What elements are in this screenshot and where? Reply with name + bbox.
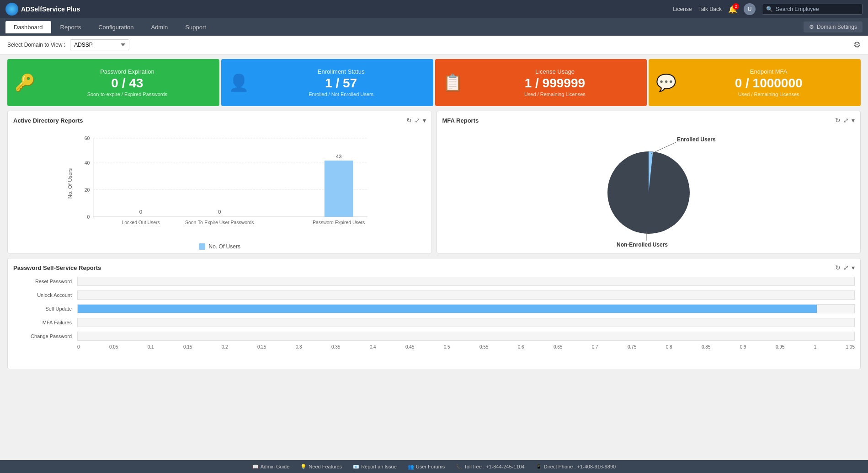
pw-dropdown-button[interactable]: ▾	[852, 264, 855, 271]
horiz-track-unlock	[77, 290, 855, 300]
mfa-refresh-button[interactable]: ↻	[835, 117, 841, 124]
tab-admin[interactable]: Admin	[143, 21, 176, 33]
password-card-title: Password Expiration	[43, 68, 212, 75]
horiz-row-mfa: MFA Failures	[13, 317, 855, 328]
nav-tabs-list: Dashboard Reports Configuration Admin Su…	[5, 21, 214, 33]
password-reports-title: Password Self-Service Reports	[13, 264, 101, 271]
horiz-chart-wrapper: Reset Password Unlock Account Self Updat…	[13, 276, 855, 363]
app-branding: ADSelfService Plus	[5, 3, 80, 16]
ad-reports-header: Active Directory Reports ↻ ⤢ ▾	[13, 117, 426, 124]
domain-select[interactable]: ADSSP	[70, 39, 129, 50]
logo-icon	[5, 3, 18, 16]
license-card-value: 1 / 999999	[470, 77, 640, 90]
horiz-track-selfupdate	[77, 304, 855, 313]
enrollment-card-content: Enrollment Status 1 / 57 Enrolled / Not …	[256, 68, 426, 97]
legend-color-box	[199, 243, 205, 250]
pw-refresh-button[interactable]: ↻	[835, 264, 841, 271]
svg-text:20: 20	[85, 188, 90, 193]
password-reports-section: Password Self-Service Reports ↻ ⤢ ▾ Rese…	[7, 258, 861, 369]
svg-text:Non-Enrolled Users: Non-Enrolled Users	[617, 242, 668, 247]
ad-expand-button[interactable]: ⤢	[415, 117, 420, 124]
svg-text:0: 0	[218, 209, 221, 215]
mfa-pie-chart-svg: Enrolled Users Non-Enrolled Users	[575, 129, 722, 247]
password-card-subtitle: Soon-to-expire / Expired Passwords	[43, 91, 212, 97]
horiz-label-unlock: Unlock Account	[13, 292, 77, 298]
svg-text:Locked Out Users: Locked Out Users	[122, 220, 160, 225]
app-logo: ADSelfService Plus	[5, 3, 80, 16]
notification-bell[interactable]: 🔔 2	[728, 5, 737, 14]
domain-bar-left: Select Domain to View : ADSSP	[7, 39, 129, 50]
mfa-reports-panel: MFA Reports ↻ ⤢ ▾ En	[437, 111, 861, 253]
password-reports-panel: Password Self-Service Reports ↻ ⤢ ▾ Rese…	[7, 258, 861, 369]
tab-dashboard[interactable]: Dashboard	[5, 21, 51, 33]
mfa-dropdown-button[interactable]: ▾	[852, 117, 855, 124]
enrollment-icon: 👤	[229, 73, 249, 92]
tab-configuration[interactable]: Configuration	[90, 21, 142, 33]
enrollment-status-card[interactable]: 👤 Enrollment Status 1 / 57 Enrolled / No…	[221, 59, 433, 106]
tab-reports[interactable]: Reports	[52, 21, 90, 33]
password-card-content: Password Expiration 0 / 43 Soon-to-expir…	[43, 68, 212, 97]
legend-label: No. Of Users	[209, 243, 240, 250]
password-icon: 🔑	[15, 73, 35, 92]
settings-gear-button[interactable]: ⚙	[853, 40, 861, 50]
svg-text:60: 60	[85, 136, 90, 141]
password-reports-controls: ↻ ⤢ ▾	[835, 264, 855, 271]
mfa-expand-button[interactable]: ⤢	[843, 117, 849, 124]
endpoint-mfa-card[interactable]: 💬 Endpoint MFA 0 / 1000000 Used / Remain…	[649, 59, 861, 106]
svg-text:43: 43	[336, 154, 342, 159]
svg-line-18	[651, 142, 676, 154]
svg-text:40: 40	[85, 161, 90, 166]
top-bar: ADSelfService Plus License Talk Back 🔔 2…	[0, 0, 868, 18]
password-reports-header: Password Self-Service Reports ↻ ⤢ ▾	[13, 264, 855, 271]
ad-chart-legend: No. Of Users	[13, 243, 426, 250]
search-bar: 🔍	[762, 4, 863, 15]
mfa-reports-title: MFA Reports	[442, 117, 479, 124]
domain-settings-label: Domain Settings	[817, 24, 857, 30]
talk-back-link[interactable]: Talk Back	[698, 6, 722, 12]
ad-refresh-button[interactable]: ↻	[406, 117, 412, 124]
app-name: ADSelfService Plus	[21, 5, 80, 13]
domain-settings-button[interactable]: ⚙ Domain Settings	[804, 22, 863, 32]
password-card-value: 0 / 43	[43, 77, 212, 90]
horiz-row-unlock: Unlock Account	[13, 290, 855, 301]
mfa-reports-controls: ↻ ⤢ ▾	[835, 117, 855, 124]
ad-bar-chart-svg: No. Of Users 60 40 20 0 0	[13, 129, 426, 238]
mfa-card-subtitle: Used / Remaining Licenses	[684, 91, 853, 97]
enrollment-card-value: 1 / 57	[256, 77, 426, 90]
mfa-card-value: 0 / 1000000	[684, 77, 853, 90]
svg-text:Password Expired Users: Password Expired Users	[313, 220, 365, 225]
mfa-card-content: Endpoint MFA 0 / 1000000 Used / Remainin…	[684, 68, 853, 97]
search-icon: 🔍	[766, 6, 773, 12]
svg-text:Soon-To-Expire User Passwords: Soon-To-Expire User Passwords	[185, 220, 254, 225]
horiz-fill-selfupdate	[78, 305, 817, 313]
pw-expand-button[interactable]: ⤢	[843, 264, 849, 271]
ad-reports-panel: Active Directory Reports ↻ ⤢ ▾ No. Of Us…	[7, 111, 432, 253]
svg-text:0: 0	[87, 215, 90, 220]
tab-support[interactable]: Support	[177, 21, 214, 33]
svg-text:Enrolled Users: Enrolled Users	[677, 136, 716, 143]
domain-bar: Select Domain to View : ADSSP ⚙	[0, 36, 868, 54]
license-usage-card[interactable]: 📋 License Usage 1 / 999999 Used / Remain…	[435, 59, 647, 106]
gear-icon: ⚙	[809, 24, 814, 30]
mfa-reports-header: MFA Reports ↻ ⤢ ▾	[442, 117, 855, 124]
svg-text:0: 0	[139, 209, 142, 215]
search-input[interactable]	[776, 6, 858, 12]
password-expiration-card[interactable]: 🔑 Password Expiration 0 / 43 Soon-to-exp…	[7, 59, 219, 106]
enrollment-card-subtitle: Enrolled / Not Enrolled Users	[256, 91, 426, 97]
svg-rect-12	[325, 161, 353, 217]
ad-reports-controls: ↻ ⤢ ▾	[406, 117, 426, 124]
horiz-track-mfa	[77, 318, 855, 327]
license-link[interactable]: License	[673, 6, 692, 12]
horiz-label-changepass: Change Password	[13, 333, 77, 339]
license-card-title: License Usage	[470, 68, 640, 75]
svg-text:No. Of Users: No. Of Users	[67, 168, 73, 199]
nav-tabs: Dashboard Reports Configuration Admin Su…	[0, 18, 868, 36]
horiz-row-selfupdate: Self Update	[13, 303, 855, 314]
ad-bar-chart-container: No. Of Users 60 40 20 0 0	[13, 129, 426, 247]
user-avatar[interactable]: U	[744, 3, 756, 15]
mfa-pie-chart-container: Enrolled Users Non-Enrolled Users	[442, 129, 855, 247]
horiz-track-reset	[77, 277, 855, 286]
horiz-x-axis: 0 0.05 0.1 0.15 0.2 0.25 0.3 0.35 0.4 0.…	[77, 344, 855, 349]
horiz-row-reset: Reset Password	[13, 276, 855, 287]
ad-dropdown-button[interactable]: ▾	[423, 117, 426, 124]
